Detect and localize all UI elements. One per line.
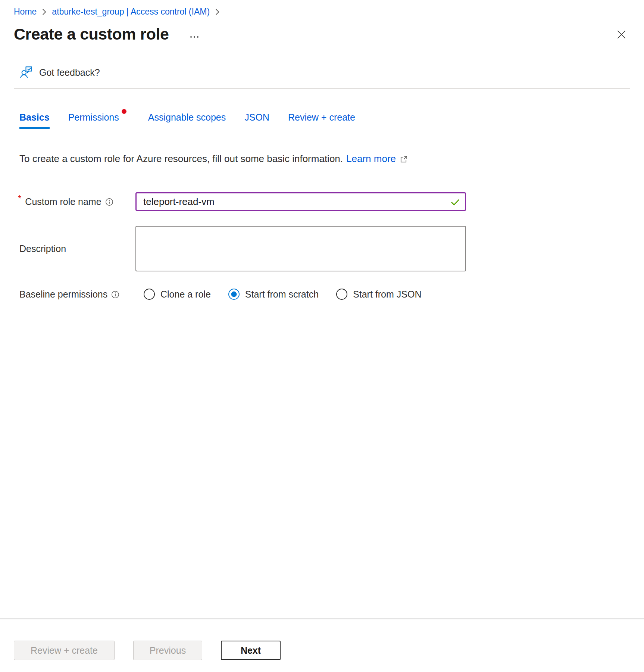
radio-selected-icon xyxy=(228,289,240,300)
footer-divider xyxy=(0,618,644,619)
learn-more-link[interactable]: Learn more xyxy=(346,153,396,165)
external-link-icon xyxy=(399,155,408,164)
radio-start-from-scratch-label: Start from scratch xyxy=(245,289,319,300)
more-options-icon[interactable] xyxy=(190,36,198,38)
radio-clone-a-role[interactable]: Clone a role xyxy=(144,289,211,300)
close-icon[interactable] xyxy=(616,29,626,41)
got-feedback-button[interactable]: Got feedback? xyxy=(19,65,100,80)
tab-review-create[interactable]: Review + create xyxy=(288,112,355,129)
tab-basics[interactable]: Basics xyxy=(19,112,50,129)
custom-role-name-row: * Custom role name xyxy=(19,192,630,211)
radio-clone-a-role-label: Clone a role xyxy=(160,289,211,300)
custom-role-name-label: * Custom role name xyxy=(19,196,135,207)
custom-role-name-input[interactable] xyxy=(135,192,466,211)
footer-actions: Review + create Previous Next xyxy=(14,641,281,660)
info-icon[interactable] xyxy=(111,290,119,299)
required-marker: * xyxy=(18,193,21,204)
create-custom-role-panel: Home atburke-test_group | Access control… xyxy=(0,0,644,300)
custom-role-name-label-text: Custom role name xyxy=(25,196,101,207)
valid-check-icon xyxy=(450,196,461,209)
baseline-permissions-label: Baseline permissions xyxy=(19,289,135,300)
got-feedback-label: Got feedback? xyxy=(39,67,100,78)
feedback-person-icon xyxy=(19,65,33,80)
chevron-right-icon xyxy=(42,8,47,16)
description-label: Description xyxy=(19,243,135,254)
tab-json[interactable]: JSON xyxy=(244,112,269,129)
tab-bar: Basics Permissions Assignable scopes JSO… xyxy=(19,112,630,129)
panel-header: Create a custom role xyxy=(14,25,630,43)
intro-sentence: To create a custom role for Azure resour… xyxy=(19,153,343,165)
intro-text: To create a custom role for Azure resour… xyxy=(19,153,630,165)
header-divider xyxy=(14,88,630,89)
review-create-button[interactable]: Review + create xyxy=(14,641,115,660)
custom-role-name-input-wrap xyxy=(135,192,466,211)
baseline-permissions-label-text: Baseline permissions xyxy=(19,289,107,300)
tab-permissions[interactable]: Permissions xyxy=(68,112,119,129)
description-label-text: Description xyxy=(19,243,66,254)
radio-start-from-json[interactable]: Start from JSON xyxy=(336,289,421,300)
next-button[interactable]: Next xyxy=(221,641,281,660)
radio-start-from-scratch[interactable]: Start from scratch xyxy=(228,289,319,300)
description-row: Description xyxy=(19,226,630,271)
tab-permissions-label: Permissions xyxy=(68,112,119,122)
permissions-alert-dot-icon xyxy=(122,109,126,114)
previous-button[interactable]: Previous xyxy=(133,641,202,660)
radio-circle-icon xyxy=(144,289,155,300)
radio-circle-icon xyxy=(336,289,347,300)
description-textarea[interactable] xyxy=(135,226,466,271)
chevron-right-icon xyxy=(215,8,220,16)
breadcrumb-access-control-iam[interactable]: atburke-test_group | Access control (IAM… xyxy=(52,7,210,17)
breadcrumb: Home atburke-test_group | Access control… xyxy=(14,7,630,17)
baseline-permissions-row: Baseline permissions Clone a role Start … xyxy=(19,289,630,300)
tab-assignable-scopes[interactable]: Assignable scopes xyxy=(148,112,226,129)
info-icon[interactable] xyxy=(105,198,113,206)
page-title: Create a custom role xyxy=(14,25,169,43)
breadcrumb-home[interactable]: Home xyxy=(14,7,37,17)
baseline-permissions-options: Clone a role Start from scratch Start fr… xyxy=(144,289,421,300)
radio-start-from-json-label: Start from JSON xyxy=(353,289,421,300)
